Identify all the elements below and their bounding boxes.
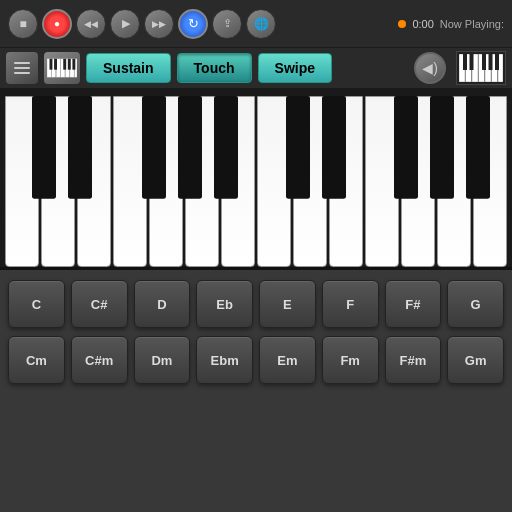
piano-icon-button[interactable] — [44, 52, 80, 84]
key-g[interactable] — [149, 96, 183, 267]
forward-button[interactable]: ▶▶ — [144, 9, 174, 39]
key-d2[interactable] — [293, 96, 327, 267]
key-c[interactable] — [5, 96, 39, 267]
svg-rect-21 — [482, 54, 486, 70]
play-button[interactable]: ▶ — [110, 9, 140, 39]
major-chords-row: C C# D Eb E F F# G — [8, 280, 504, 328]
key-a[interactable] — [185, 96, 219, 267]
now-playing-label: Now Playing: — [440, 18, 504, 30]
key-b2[interactable] — [473, 96, 507, 267]
chord-csharp-m[interactable]: C#m — [71, 336, 128, 384]
swipe-button[interactable]: Swipe — [258, 53, 332, 83]
key-f[interactable] — [113, 96, 147, 267]
key-d[interactable] — [41, 96, 75, 267]
sustain-button[interactable]: Sustain — [86, 53, 171, 83]
chord-gm[interactable]: Gm — [447, 336, 504, 384]
chord-g[interactable]: G — [447, 280, 504, 328]
chord-c[interactable]: C — [8, 280, 65, 328]
chord-e[interactable]: E — [259, 280, 316, 328]
svg-rect-22 — [489, 54, 493, 70]
svg-rect-10 — [68, 59, 71, 70]
minor-chords-row: Cm C#m Dm Ebm Em Fm F#m Gm — [8, 336, 504, 384]
svg-rect-19 — [463, 54, 467, 70]
app-container: ■ ● ◀◀ ▶ ▶▶ ↻ ⇪ 🌐 0:00 Now Playing: — [0, 0, 512, 512]
chord-fsharp[interactable]: F# — [385, 280, 442, 328]
key-f2[interactable] — [365, 96, 399, 267]
key-e2[interactable] — [329, 96, 363, 267]
key-g2[interactable] — [401, 96, 435, 267]
svg-rect-11 — [72, 59, 75, 70]
svg-rect-23 — [495, 54, 499, 70]
record-button[interactable]: ● — [42, 9, 72, 39]
stop-button[interactable]: ■ — [8, 9, 38, 39]
share-button[interactable]: ⇪ — [212, 9, 242, 39]
chord-ebm[interactable]: Ebm — [196, 336, 253, 384]
time-display: 0:00 — [412, 18, 433, 30]
globe-button[interactable]: 🌐 — [246, 9, 276, 39]
chord-cm[interactable]: Cm — [8, 336, 65, 384]
key-b[interactable] — [221, 96, 255, 267]
chord-eb[interactable]: Eb — [196, 280, 253, 328]
chord-area: C C# D Eb E F F# G Cm C#m Dm Ebm Em Fm F… — [0, 270, 512, 512]
chord-d[interactable]: D — [134, 280, 191, 328]
now-playing-area: 0:00 Now Playing: — [398, 18, 504, 30]
rewind-button[interactable]: ◀◀ — [76, 9, 106, 39]
svg-rect-7 — [50, 59, 53, 70]
status-dot — [398, 20, 406, 28]
svg-rect-8 — [54, 59, 57, 70]
key-a2[interactable] — [437, 96, 471, 267]
volume-button[interactable]: ◀) — [414, 52, 446, 84]
svg-rect-20 — [470, 54, 474, 70]
refresh-button[interactable]: ↻ — [178, 9, 208, 39]
mini-keyboard-display — [456, 51, 506, 85]
key-e[interactable] — [77, 96, 111, 267]
menu-button[interactable] — [6, 52, 38, 84]
chord-fsharp-m[interactable]: F#m — [385, 336, 442, 384]
top-toolbar: ■ ● ◀◀ ▶ ▶▶ ↻ ⇪ 🌐 0:00 Now Playing: — [0, 0, 512, 48]
chord-f[interactable]: F — [322, 280, 379, 328]
chord-csharp[interactable]: C# — [71, 280, 128, 328]
mode-toolbar: Sustain Touch Swipe ◀) — [0, 48, 512, 90]
white-keys — [4, 96, 508, 267]
key-c2[interactable] — [257, 96, 291, 267]
piano-svg-icon — [47, 58, 77, 78]
chord-dm[interactable]: Dm — [134, 336, 191, 384]
touch-button[interactable]: Touch — [177, 53, 252, 83]
chord-fm[interactable]: Fm — [322, 336, 379, 384]
svg-rect-9 — [63, 59, 66, 70]
chord-em[interactable]: Em — [259, 336, 316, 384]
piano-area — [0, 90, 512, 270]
